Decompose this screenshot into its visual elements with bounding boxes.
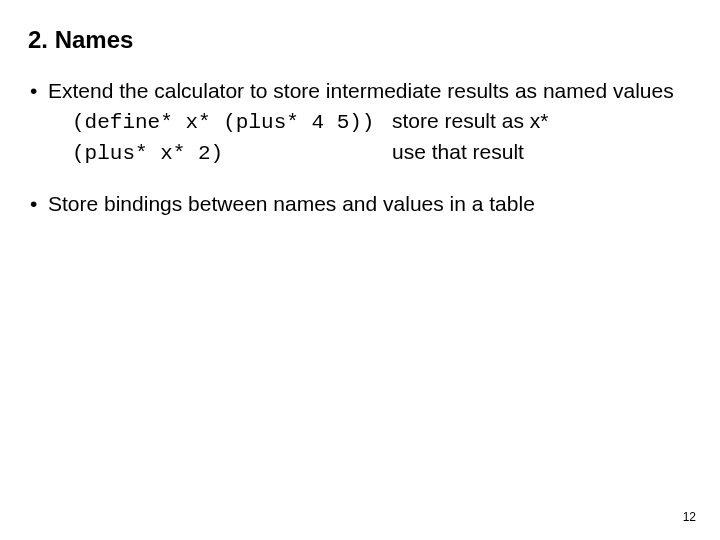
bullet-1-text: Extend the calculator to store intermedi… [48,79,674,102]
bullet-item-2: Store bindings between names and values … [28,191,692,217]
example-row-1: (define* x* (plus* 4 5)) store result as… [72,108,692,136]
example-2-comment: use that result [392,139,524,165]
example-1-code: (define* x* (plus* 4 5)) [72,110,392,136]
bullet-2-text: Store bindings between names and values … [48,192,535,215]
slide: 2. Names Extend the calculator to store … [0,0,720,540]
slide-title: 2. Names [28,26,692,54]
example-block: (define* x* (plus* 4 5)) store result as… [48,108,692,167]
bullet-list: Extend the calculator to store intermedi… [28,78,692,217]
page-number: 12 [683,510,696,524]
example-1-comment: store result as x* [392,108,548,134]
bullet-item-1: Extend the calculator to store intermedi… [28,78,692,167]
example-2-code: (plus* x* 2) [72,141,392,167]
example-row-2: (plus* x* 2) use that result [72,139,692,167]
